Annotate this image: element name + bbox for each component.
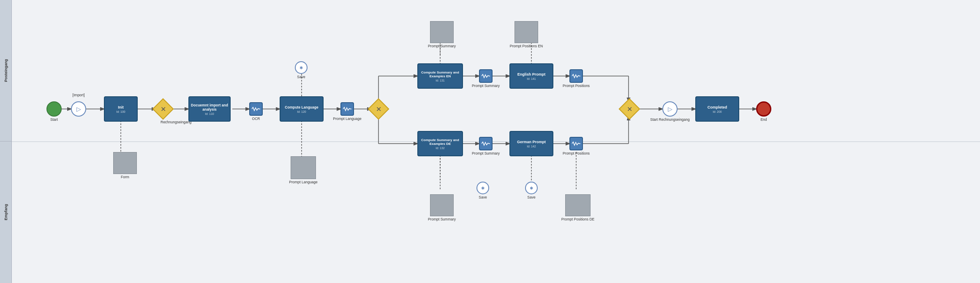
gateway2-node: ✕ — [371, 101, 386, 117]
ocr-label: OCR — [252, 117, 260, 121]
english-prompt-node[interactable]: English Prompt Id: 141 — [509, 63, 553, 89]
prompt-sum-doc-de-label: Prompt Summary — [428, 217, 456, 221]
compute-language-label: Compute Language — [285, 105, 318, 109]
form-doc-node: Form — [113, 152, 137, 174]
completed-id: Id: 200 — [713, 110, 721, 113]
prompt-pos-en-wave-node: Prompt Positions — [569, 69, 583, 83]
save-de-top-label: Save — [479, 195, 487, 199]
prompt-pos-en-label: Prompt Positions EN — [510, 44, 543, 48]
prompt-sum-doc-de: Prompt Summary — [430, 194, 454, 216]
prompt-sum-wave-en-node: Prompt Summary — [479, 69, 493, 83]
save-top-node: ✱ Save — [295, 61, 308, 74]
prompt-pos-de-doc: Prompt Positions DE — [565, 194, 591, 216]
compute-de-node[interactable]: Compute Summary and Examples DE Id: 132 — [417, 131, 463, 156]
gateway3-node: ✕ — [622, 101, 637, 117]
english-prompt-label: English Prompt — [517, 72, 546, 76]
gateway1-node: ✕ — [155, 101, 171, 117]
init-label: Init — [118, 105, 124, 109]
german-prompt-id: Id: 142 — [527, 145, 536, 148]
completed-node[interactable]: Completed Id: 200 — [695, 96, 739, 122]
rechnungseingang1-label: Rechnungseingang — [161, 120, 186, 124]
import-label: [Import] — [73, 93, 85, 97]
end-label: End — [760, 117, 767, 122]
lane-divider — [12, 142, 980, 142]
init-node[interactable]: Init Id: 100 — [104, 96, 138, 122]
save-de-node: ✱ Save — [525, 182, 538, 194]
prompt-pos-en-wave-label: Prompt Positions — [563, 84, 590, 88]
save-de-label: Save — [527, 195, 535, 199]
german-prompt-label: German Prompt — [517, 140, 546, 144]
prompt-sum-wave-de-label: Prompt Summary — [472, 151, 500, 155]
german-prompt-node[interactable]: German Prompt Id: 142 — [509, 131, 553, 156]
doc-import-label: Docuemnt import and analysis — [191, 103, 228, 112]
prompt-lang-wave-label: Prompt Language — [333, 117, 362, 121]
prompt-pos-de-wave-label: Prompt Positions — [563, 151, 590, 155]
prompt-sum-wave-de-node: Prompt Summary — [479, 137, 493, 150]
compute-de-id: Id: 132 — [436, 147, 444, 150]
prompt-pos-de-wave-node: Prompt Positions — [569, 137, 583, 150]
compute-language-node[interactable]: Compute Language Id: 120 — [280, 96, 324, 122]
doc-import-node[interactable]: Docuemnt import and analysis Id: 110 — [188, 96, 231, 122]
canvas: Start ▷ [Import] Init Id: 100 ✕ Rechnung… — [12, 0, 980, 283]
import-event-node: ▷ [Import] — [71, 101, 86, 117]
lane-label-empfang: Empfang — [4, 204, 8, 220]
init-id: Id: 100 — [116, 110, 125, 113]
ocr-wave-node: OCR — [249, 102, 263, 116]
prompt-lang-doc-node: Prompt Language — [291, 156, 316, 179]
main-container: Posteingang Empfang — [0, 0, 980, 283]
form-doc-label: Form — [121, 175, 129, 179]
doc-import-id: Id: 110 — [205, 112, 214, 115]
start-rechnung-node: ▷ Start Rechnungseingang — [662, 101, 678, 117]
end-node: End — [756, 101, 771, 117]
completed-label: Completed — [708, 105, 727, 109]
compute-en-label: Compute Summary and Examples EN — [420, 71, 460, 78]
prompt-pos-en-doc: Prompt Positions EN — [514, 21, 538, 43]
save-de-top-node: ✱ Save — [476, 182, 489, 194]
prompt-summary-label-top: Prompt Summary — [428, 44, 456, 48]
compute-en-id: Id: 131 — [436, 79, 444, 82]
start-node: Start — [46, 101, 62, 117]
prompt-summary-doc-top: Prompt Summary — [430, 21, 454, 43]
save-top-label: Save — [297, 75, 305, 79]
prompt-pos-de-doc-label: Prompt Positions DE — [561, 217, 594, 221]
english-prompt-id: Id: 141 — [527, 77, 536, 80]
compute-language-id: Id: 120 — [297, 110, 306, 113]
start-label: Start — [50, 117, 58, 122]
start-rechnung-label: Start Rechnungseingang — [650, 117, 690, 122]
lane-label-posteingang: Posteingang — [4, 59, 8, 82]
prompt-lang-doc-label: Prompt Language — [289, 180, 318, 184]
prompt-lang-wave-node: Prompt Language — [340, 102, 354, 116]
compute-en-node[interactable]: Compute Summary and Examples EN Id: 131 — [417, 63, 463, 89]
prompt-sum-wave-en-label: Prompt Summary — [472, 84, 500, 88]
sidebar: Posteingang Empfang — [0, 0, 12, 283]
compute-de-label: Compute Summary and Examples DE — [420, 138, 460, 146]
